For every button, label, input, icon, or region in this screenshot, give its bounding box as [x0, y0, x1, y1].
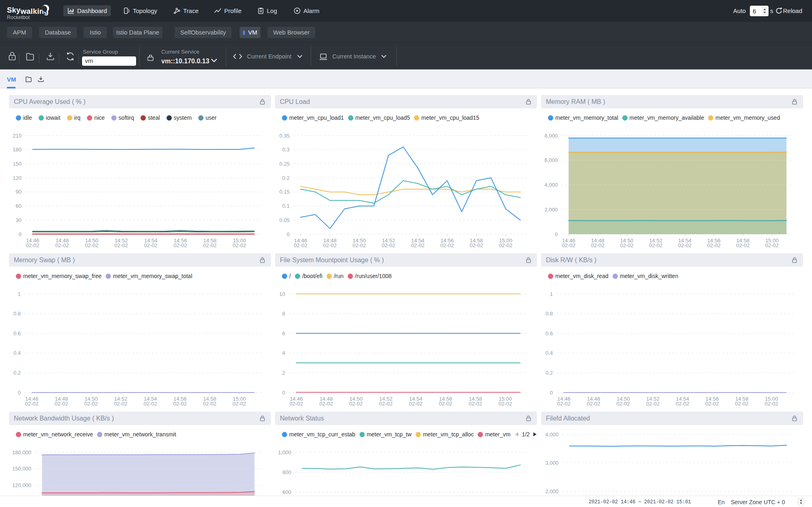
svg-text:02-02: 02-02 — [620, 242, 633, 248]
svg-text:02-02: 02-02 — [290, 401, 303, 407]
svg-text:800: 800 — [282, 469, 291, 475]
svg-text:0: 0 — [19, 231, 22, 237]
svg-text:0: 0 — [18, 390, 21, 396]
svg-text:02-02: 02-02 — [173, 242, 187, 248]
svg-text:3,000: 3,000 — [545, 460, 559, 466]
svg-text:0: 0 — [550, 390, 553, 396]
svg-text:02-02: 02-02 — [646, 401, 660, 407]
svg-text:02-02: 02-02 — [617, 401, 630, 407]
svg-text:02-02: 02-02 — [319, 401, 333, 407]
svg-text:1: 1 — [18, 291, 21, 297]
svg-text:0.35: 0.35 — [279, 133, 290, 139]
svg-text:02-02: 02-02 — [591, 242, 604, 248]
svg-text:02-02: 02-02 — [498, 401, 512, 407]
svg-text:8: 8 — [282, 311, 285, 317]
svg-text:0.6: 0.6 — [546, 330, 553, 337]
svg-text:4,000: 4,000 — [544, 182, 558, 188]
svg-text:30: 30 — [16, 217, 22, 223]
svg-text:02-02: 02-02 — [55, 242, 69, 248]
svg-text:02-02: 02-02 — [25, 401, 39, 407]
svg-text:02-02: 02-02 — [26, 242, 39, 248]
svg-text:02-02: 02-02 — [85, 242, 98, 248]
svg-text:02-02: 02-02 — [499, 242, 512, 248]
svg-text:4,000: 4,000 — [545, 431, 559, 438]
svg-text:180,000: 180,000 — [12, 449, 31, 455]
svg-text:02-02: 02-02 — [706, 401, 719, 407]
svg-text:2,000: 2,000 — [545, 488, 559, 494]
svg-text:02-02: 02-02 — [765, 401, 778, 407]
svg-text:0.6: 0.6 — [13, 330, 21, 337]
svg-text:02-02: 02-02 — [84, 401, 98, 407]
svg-text:02-02: 02-02 — [735, 401, 749, 407]
svg-text:02-02: 02-02 — [379, 401, 392, 407]
svg-text:02-02: 02-02 — [233, 401, 246, 407]
svg-text:02-02: 02-02 — [233, 242, 246, 248]
svg-text:02-02: 02-02 — [562, 242, 575, 248]
svg-text:02-02: 02-02 — [144, 401, 157, 407]
svg-text:02-02: 02-02 — [557, 401, 571, 407]
svg-text:0.15: 0.15 — [279, 189, 290, 195]
svg-text:0.2: 0.2 — [546, 370, 553, 376]
svg-text:02-02: 02-02 — [349, 401, 363, 407]
svg-text:0.8: 0.8 — [13, 311, 21, 317]
svg-text:120: 120 — [13, 175, 22, 181]
svg-text:02-02: 02-02 — [470, 242, 483, 248]
svg-text:60: 60 — [16, 203, 22, 209]
svg-text:0.05: 0.05 — [279, 217, 290, 223]
svg-text:02-02: 02-02 — [294, 242, 307, 248]
svg-text:0.25: 0.25 — [279, 161, 290, 167]
svg-text:02-02: 02-02 — [587, 401, 600, 407]
svg-text:210: 210 — [13, 133, 22, 139]
svg-text:02-02: 02-02 — [765, 242, 779, 248]
svg-text:2,000: 2,000 — [544, 207, 558, 213]
svg-text:1,000: 1,000 — [278, 449, 291, 455]
svg-text:0.2: 0.2 — [13, 370, 21, 376]
svg-text:150,000: 150,000 — [12, 466, 31, 472]
svg-text:0: 0 — [282, 390, 285, 396]
svg-text:0.3: 0.3 — [282, 147, 290, 153]
svg-text:02-02: 02-02 — [649, 242, 663, 248]
svg-text:1: 1 — [550, 291, 553, 297]
svg-text:8,000: 8,000 — [544, 133, 558, 139]
svg-text:02-02: 02-02 — [55, 401, 68, 407]
svg-text:6,000: 6,000 — [544, 157, 558, 163]
svg-text:0.4: 0.4 — [13, 350, 21, 356]
svg-text:02-02: 02-02 — [440, 242, 454, 248]
svg-text:2: 2 — [282, 370, 285, 376]
svg-text:02-02: 02-02 — [411, 242, 424, 248]
svg-text:02-02: 02-02 — [203, 401, 217, 407]
svg-text:0.2: 0.2 — [282, 175, 290, 181]
svg-text:90: 90 — [16, 189, 22, 195]
svg-text:0: 0 — [287, 231, 290, 237]
svg-text:02-02: 02-02 — [144, 242, 158, 248]
svg-text:0.1: 0.1 — [282, 203, 290, 209]
svg-text:02-02: 02-02 — [203, 242, 217, 248]
svg-text:600: 600 — [282, 489, 291, 495]
svg-text:180: 180 — [13, 147, 22, 153]
svg-text:02-02: 02-02 — [409, 401, 422, 407]
svg-text:150: 150 — [13, 161, 22, 167]
svg-text:02-02: 02-02 — [678, 242, 691, 248]
svg-text:02-02: 02-02 — [173, 401, 187, 407]
svg-text:02-02: 02-02 — [382, 242, 395, 248]
svg-text:02-02: 02-02 — [736, 242, 749, 248]
svg-text:4: 4 — [282, 350, 285, 356]
svg-text:02-02: 02-02 — [115, 242, 128, 248]
svg-text:0.8: 0.8 — [546, 311, 553, 317]
svg-text:6: 6 — [282, 330, 285, 337]
svg-text:02-02: 02-02 — [439, 401, 452, 407]
svg-text:02-02: 02-02 — [114, 401, 128, 407]
svg-text:02-02: 02-02 — [323, 242, 337, 248]
svg-text:02-02: 02-02 — [676, 401, 689, 407]
svg-text:10: 10 — [279, 291, 285, 297]
svg-text:02-02: 02-02 — [353, 242, 366, 248]
svg-text:02-02: 02-02 — [707, 242, 721, 248]
svg-text:02-02: 02-02 — [469, 401, 482, 407]
svg-text:0.4: 0.4 — [546, 350, 553, 356]
svg-text:0: 0 — [555, 231, 558, 237]
svg-text:120,000: 120,000 — [12, 482, 31, 488]
